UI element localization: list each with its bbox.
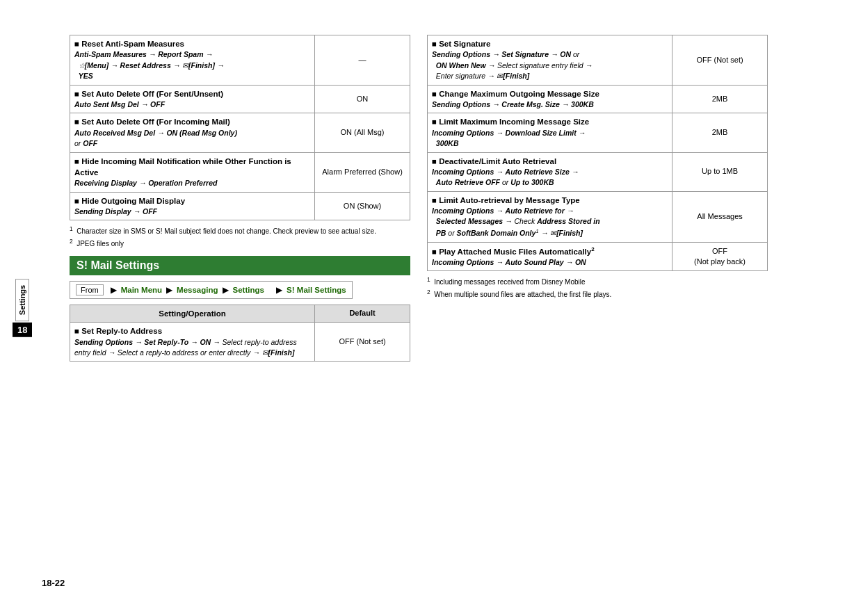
default-cell: ON (Show) (315, 192, 410, 220)
default-cell: ON (315, 85, 410, 113)
table-row: Limit Auto-retrieval by Message Type Inc… (428, 191, 768, 242)
settings-label: Settings (15, 279, 29, 321)
row2-path: Auto Sent Msg Del → OFF (74, 100, 165, 108)
table-row: Hide Outgoing Mail Display Sending Displ… (70, 192, 410, 220)
col-setting: Setting/Operation (70, 305, 315, 323)
setting-cell: Deactivate/Limit Auto Retrieval Incoming… (428, 152, 672, 191)
nav-path: From ▶ Main Menu ▶ Messaging ▶ Settings … (70, 281, 353, 299)
nav-messaging: Messaging (177, 286, 218, 294)
default-cell: OFF (Not set) (672, 35, 768, 86)
row4-title: Hide Incoming Mail Notification while Ot… (74, 157, 291, 177)
right-row1-title: Set Signature (432, 40, 490, 48)
right-row5-path: Incoming Options → Auto Retrieve for → S… (432, 206, 600, 237)
nav-arrow-1: ▶ (111, 285, 117, 295)
right-footnote-2: 2 When multiple sound files are attached… (427, 288, 768, 300)
content-area: Reset Anti-Spam Measures Anti-Spam Measu… (70, 35, 812, 362)
table-header-row: Setting/Operation Default (70, 305, 410, 323)
table-row: Set Auto Delete Off (For Incoming Mail) … (70, 113, 410, 152)
row5-title: Hide Outgoing Mail Display (74, 197, 185, 205)
right-row3-path: Incoming Options → Download Size Limit →… (432, 129, 586, 147)
col-default: Default (315, 305, 410, 323)
smail-settings-table: Setting/Operation Default Set Reply-to A… (70, 305, 410, 362)
right-row5-title: Limit Auto-retrieval by Message Type (432, 196, 580, 204)
nav-from-label: From (76, 284, 104, 295)
table-row: Set Auto Delete Off (For Sent/Unsent) Au… (70, 85, 410, 113)
smail-settings-header: S! Mail Settings (70, 256, 410, 275)
row2-title: Set Auto Delete Off (For Sent/Unsent) (74, 90, 223, 98)
right-footnote-1: 1 Including messages received from Disne… (427, 275, 768, 287)
nav-arrow-4: ▶ (276, 285, 282, 295)
smail-row1-path: Sending Options → Set Reply-To → ON → Se… (74, 338, 297, 357)
footnote-2: 2 JPEG files only (70, 237, 410, 249)
setting-cell: Set Reply-to Address Sending Options → S… (70, 323, 315, 362)
row1-title: Reset Anti-Spam Measures (74, 40, 184, 48)
right-row4-title: Deactivate/Limit Auto Retrieval (432, 157, 556, 165)
default-cell: ON (All Msg) (315, 113, 410, 152)
left-sidebar: Settings 18 (13, 279, 32, 337)
nav-settings: Settings (233, 286, 264, 294)
table-row: Hide Incoming Mail Notification while Ot… (70, 152, 410, 192)
left-settings-table: Reset Anti-Spam Measures Anti-Spam Measu… (70, 35, 410, 220)
default-cell: All Messages (672, 191, 768, 242)
page-number-bottom: 18-22 (42, 578, 65, 588)
smail-row1-title: Set Reply-to Address (74, 327, 162, 335)
setting-cell: Play Attached Music Files Automatically2… (428, 242, 672, 271)
row4-path: Receiving Display → Operation Preferred (74, 179, 217, 187)
left-footnotes: 1 Character size in SMS or S! Mail subje… (70, 225, 410, 249)
right-row1-path: Sending Options → Set Signature → ON or … (432, 50, 593, 80)
footnote-1: 1 Character size in SMS or S! Mail subje… (70, 225, 410, 236)
nav-main-menu: Main Menu (121, 286, 162, 294)
row3-title: Set Auto Delete Off (For Incoming Mail) (74, 117, 230, 126)
page-container: Settings 18 Reset Anti-Spam Measures Ant… (0, 0, 854, 616)
page-number-badge: 18 (13, 323, 32, 337)
row3-path: Auto Received Msg Del → ON (Read Msg Onl… (74, 129, 237, 147)
left-column: Reset Anti-Spam Measures Anti-Spam Measu… (70, 35, 410, 362)
table-row: Reset Anti-Spam Measures Anti-Spam Measu… (70, 35, 410, 86)
row1-path: Anti-Spam Measures → Report Spam → ☆[Men… (74, 50, 224, 80)
right-settings-table: Set Signature Sending Options → Set Sign… (427, 35, 768, 271)
right-row6-title: Play Attached Music Files Automatically2 (432, 248, 595, 256)
setting-cell: Hide Outgoing Mail Display Sending Displ… (70, 192, 315, 220)
setting-cell: Hide Incoming Mail Notification while Ot… (70, 152, 315, 192)
nav-arrow-2: ▶ (166, 285, 172, 295)
default-cell: Up to 1MB (672, 152, 768, 191)
default-cell: OFF(Not play back) (672, 242, 768, 271)
setting-cell: Set Signature Sending Options → Set Sign… (428, 35, 672, 86)
setting-cell: Limit Auto-retrieval by Message Type Inc… (428, 191, 672, 242)
default-cell: 2MB (672, 85, 768, 113)
table-row: Set Reply-to Address Sending Options → S… (70, 323, 410, 362)
table-row: Set Signature Sending Options → Set Sign… (428, 35, 768, 86)
table-row: Deactivate/Limit Auto Retrieval Incoming… (428, 152, 768, 191)
right-footnotes: 1 Including messages received from Disne… (427, 275, 768, 300)
default-cell: — (315, 35, 410, 86)
nav-arrow-3: ▶ (223, 285, 229, 295)
right-row6-path: Incoming Options → Auto Sound Play → ON (432, 258, 586, 266)
right-row4-path: Incoming Options → Auto Retrieve Size → … (432, 168, 579, 186)
setting-cell: Limit Maximum Incoming Message Size Inco… (428, 113, 672, 152)
table-row: Change Maximum Outgoing Message Size Sen… (428, 85, 768, 113)
table-row: Play Attached Music Files Automatically2… (428, 242, 768, 271)
row5-path: Sending Display → OFF (74, 207, 157, 216)
setting-cell: Change Maximum Outgoing Message Size Sen… (428, 85, 672, 113)
setting-cell: Set Auto Delete Off (For Incoming Mail) … (70, 113, 315, 152)
default-cell: Alarm Preferred (Show) (315, 152, 410, 192)
right-row2-path: Sending Options → Create Msg. Size → 300… (432, 100, 594, 108)
nav-smail-settings: S! Mail Settings (287, 286, 346, 294)
setting-cell: Reset Anti-Spam Measures Anti-Spam Measu… (70, 35, 315, 86)
right-row3-title: Limit Maximum Incoming Message Size (432, 117, 589, 126)
default-cell: OFF (Not set) (315, 323, 410, 362)
table-row: Limit Maximum Incoming Message Size Inco… (428, 113, 768, 152)
right-row2-title: Change Maximum Outgoing Message Size (432, 90, 599, 98)
default-cell: 2MB (672, 113, 768, 152)
setting-cell: Set Auto Delete Off (For Sent/Unsent) Au… (70, 85, 315, 113)
right-column: Set Signature Sending Options → Set Sign… (427, 35, 768, 362)
